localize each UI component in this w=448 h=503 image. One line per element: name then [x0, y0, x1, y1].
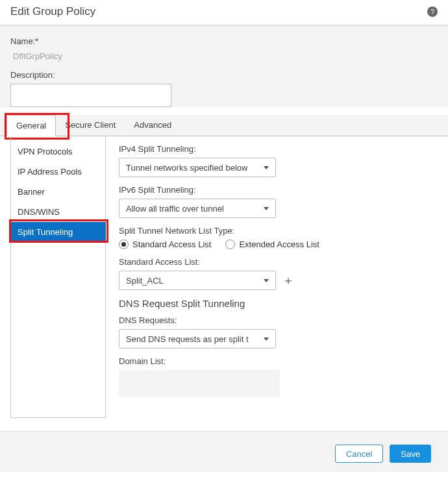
- ipv4-split-select[interactable]: Tunnel networks specified below: [119, 158, 276, 177]
- sidebar-item-banner[interactable]: Banner: [11, 182, 105, 202]
- radio-extended-acl[interactable]: Extended Access List: [225, 239, 319, 249]
- radio-icon: [225, 239, 235, 249]
- description-label: Description:: [10, 70, 438, 80]
- std-acl-value: Split_ACL: [126, 276, 164, 286]
- radio-extended-label: Extended Access List: [239, 239, 319, 249]
- save-button[interactable]: Save: [390, 445, 431, 463]
- dns-requests-select[interactable]: Send DNS requests as per split t: [119, 329, 276, 349]
- description-input[interactable]: [10, 84, 171, 107]
- dns-requests-value: Send DNS requests as per split t: [126, 334, 249, 344]
- tab-bar: General Secure Client Advanced: [0, 115, 448, 136]
- sidebar-item-ip-address-pools[interactable]: IP Address Pools: [11, 162, 105, 182]
- domain-list-box: [119, 370, 280, 397]
- ipv4-split-label: IPv4 Split Tunneling:: [119, 144, 435, 154]
- sidebar-item-split-tunneling[interactable]: Split Tunneling: [10, 222, 106, 242]
- radio-standard-label: Standard Access List: [132, 239, 211, 249]
- tab-general[interactable]: General: [6, 115, 56, 136]
- std-acl-label: Standard Access List:: [119, 257, 435, 267]
- chevron-down-icon: [264, 337, 269, 341]
- chevron-down-icon: [264, 207, 269, 210]
- chevron-down-icon: [264, 279, 269, 282]
- plus-icon: ＋: [282, 273, 294, 288]
- domain-list-label: Domain List:: [119, 356, 435, 366]
- std-acl-select[interactable]: Split_ACL: [119, 271, 276, 290]
- sidebar-item-dns-wins[interactable]: DNS/WINS: [11, 202, 105, 222]
- page-title: Edit Group Policy: [10, 5, 95, 18]
- dns-section-title: DNS Request Split Tunneling: [119, 298, 435, 309]
- sidebar-item-vpn-protocols[interactable]: VPN Protocols: [11, 141, 105, 162]
- dns-requests-label: DNS Requests:: [119, 315, 435, 325]
- name-value: DfltGrpPolicy: [10, 50, 438, 62]
- tab-advanced[interactable]: Advanced: [125, 115, 180, 136]
- chevron-down-icon: [264, 166, 269, 169]
- cancel-button[interactable]: Cancel: [335, 445, 383, 463]
- tab-secure-client[interactable]: Secure Client: [56, 115, 125, 136]
- radio-icon: [119, 239, 129, 249]
- ipv6-split-value: Allow all traffic over tunnel: [126, 204, 224, 214]
- ipv4-split-value: Tunnel networks specified below: [126, 163, 247, 173]
- general-sidebar: VPN Protocols IP Address Pools Banner DN…: [10, 136, 106, 418]
- ipv6-split-label: IPv6 Split Tunneling:: [119, 185, 435, 195]
- help-icon[interactable]: ?: [427, 6, 438, 17]
- name-label: Name:*: [10, 36, 438, 46]
- ipv6-split-select[interactable]: Allow all traffic over tunnel: [119, 199, 276, 218]
- radio-standard-acl[interactable]: Standard Access List: [119, 239, 211, 249]
- add-acl-button[interactable]: ＋: [281, 273, 295, 288]
- list-type-label: Split Tunnel Network List Type:: [119, 226, 435, 236]
